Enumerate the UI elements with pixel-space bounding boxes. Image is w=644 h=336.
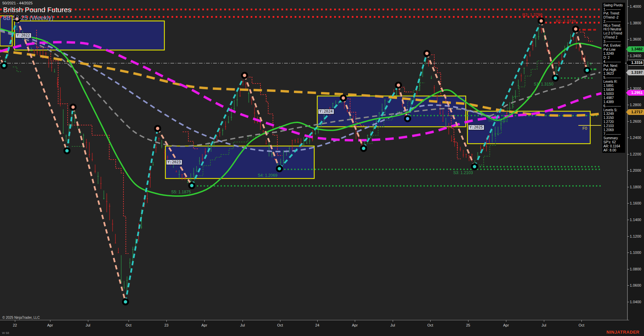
- price-tickmark: [627, 220, 629, 220]
- price-axis-label: 1.2200: [630, 152, 641, 156]
- pivot-panel-line: Hi:0 Neutral: [603, 27, 625, 31]
- pivot-panel-line: Levels R:: [603, 80, 625, 84]
- support-level-label: S4: 1.2069: [258, 173, 277, 178]
- price-axis-label: 1.3800: [630, 21, 641, 25]
- price-axis-label: 1.3400: [630, 54, 641, 58]
- pivot-panel-line: 5.-------------: [603, 76, 625, 80]
- price-axis-label: 1.2000: [630, 168, 641, 172]
- pivot-panel-line: 1.3249: [603, 112, 625, 116]
- price-axis-label: 1.2800: [630, 103, 641, 107]
- time-tickmark: [166, 320, 167, 322]
- price-axis-label: 1.1600: [630, 201, 641, 205]
- time-axis-label: Jul: [86, 323, 90, 327]
- time-tickmark: [317, 320, 318, 322]
- time-tickmark: [50, 320, 50, 322]
- year-box: [317, 96, 466, 127]
- pivot-panel-line: 1.3150: [603, 116, 625, 120]
- time-axis-label: 23: [164, 323, 168, 327]
- swing-marker-low: [473, 165, 476, 168]
- swing-marker-high: [342, 96, 345, 100]
- pivot-panel-line: 3.-------------: [603, 40, 625, 44]
- pivot-panel-line: 1.5003: [603, 92, 625, 96]
- price-tickmark: [627, 105, 629, 105]
- price-tickmark: [627, 302, 629, 302]
- pivot-panel-line: Swing Pivots: [603, 3, 625, 7]
- bar-counter-label: W 68: [2, 331, 9, 335]
- resistance-level-label: R1: 1.3729: [556, 19, 576, 24]
- price-tag: 1.2951: [626, 90, 644, 96]
- price-tag: 1.2717: [626, 109, 644, 115]
- f0-label: F0: [582, 126, 587, 131]
- price-tickmark: [627, 285, 629, 286]
- pivot-panel-line: 1.2720: [603, 120, 625, 124]
- swing-marker-high: [574, 27, 577, 31]
- price-axis-label: 1.3000: [630, 87, 641, 91]
- year-box-label: Y:2023: [166, 160, 182, 165]
- swing-marker-low: [554, 76, 557, 80]
- pivot-panel-line: Lo:2 UTrend: [603, 31, 625, 35]
- pivot-panel-line: Pvt High: [603, 68, 625, 72]
- price-axis-label: 1.0400: [630, 300, 641, 304]
- price-tickmark: [627, 39, 629, 40]
- price-tag: 1.3482: [626, 46, 644, 52]
- price-axis-label: 1.1000: [630, 250, 641, 255]
- time-tickmark: [88, 320, 88, 322]
- pivot-panel-line: Pvt Low: [603, 48, 625, 52]
- year-box-label: Y:2024: [318, 109, 334, 114]
- time-tickmark: [243, 320, 243, 322]
- pivot-panel-line: UTrend 2: [603, 35, 625, 40]
- time-axis-label: Apr: [352, 323, 358, 327]
- price-axis-label: 1.0800: [630, 267, 641, 271]
- swing-marker-high: [71, 105, 75, 109]
- swing-pivots-panel: Swing Pivots1.-------------Pvt. Trend:DT…: [602, 3, 625, 153]
- time-axis[interactable]: 22AprJulOct23AprJulOct24AprJulOct25AprJu…: [0, 320, 629, 330]
- swing-marker-low: [278, 167, 281, 170]
- pivot-panel-line: 1.2103: [603, 124, 625, 128]
- time-axis-label: Jul: [390, 323, 395, 327]
- time-axis-label: Apr: [503, 323, 509, 327]
- price-tickmark: [627, 23, 629, 23]
- pivot-panel-line: 4.-------------: [603, 60, 625, 64]
- price-axis-label: 1.2400: [630, 136, 641, 140]
- time-tickmark: [129, 320, 129, 322]
- price-tickmark: [627, 6, 629, 7]
- swing-marker-high: [156, 127, 159, 130]
- pivot-panel-line: 7.-------------: [603, 132, 625, 136]
- visible-range-label: 50/2021 - 44/2025: [2, 1, 32, 5]
- time-tickmark: [393, 320, 393, 322]
- resistance-level-label: R2: 1.3799: [522, 13, 542, 17]
- pivot-panel-line: Pvt. Next:: [603, 64, 625, 68]
- instrument-label: 6B 12-25 (Weekly): [3, 15, 53, 22]
- time-axis-label: Oct: [427, 323, 433, 327]
- pivot-panel-line: 1.5839: [603, 88, 625, 92]
- swing-marker-high: [425, 52, 429, 55]
- swing-marker-low: [190, 184, 193, 187]
- time-axis-label: 24: [315, 323, 319, 327]
- price-tag: 1.3197: [626, 70, 644, 75]
- support-level-label: S1: 1.3150: [534, 82, 553, 87]
- ninjatrader-logo: NINJATRADER: [606, 330, 640, 335]
- swing-marker-low: [2, 64, 6, 67]
- price-tickmark: [627, 170, 629, 171]
- pivot-panel-line: HiLo Trend:: [603, 24, 625, 28]
- swing-marker-high: [397, 83, 400, 87]
- time-tickmark: [204, 320, 205, 322]
- time-tickmark: [355, 320, 355, 322]
- chart-surface[interactable]: [0, 0, 644, 336]
- price-axis-label: 1.1400: [630, 218, 641, 222]
- time-tickmark: [430, 320, 431, 322]
- pivot-panel-line: 1.3249: [603, 52, 625, 56]
- swing-marker-low: [124, 300, 127, 304]
- swing-marker-low: [406, 117, 409, 120]
- swing-marker-low: [585, 69, 589, 72]
- price-axis[interactable]: 1.40001.38001.36001.34001.30001.28001.26…: [627, 0, 644, 320]
- time-axis-label: Oct: [277, 323, 283, 327]
- price-axis-label: 1.1800: [630, 185, 641, 189]
- support-level-label: S2: 1.2720: [488, 118, 508, 122]
- time-axis-label: Oct: [578, 323, 584, 327]
- price-axis-label: 1.3600: [630, 37, 641, 41]
- time-axis-label: Jul: [542, 323, 546, 327]
- time-axis-label: Apr: [47, 323, 53, 327]
- pivot-panel-line: SP's: 62: [603, 140, 625, 144]
- price-axis-label: 1.0600: [630, 283, 641, 287]
